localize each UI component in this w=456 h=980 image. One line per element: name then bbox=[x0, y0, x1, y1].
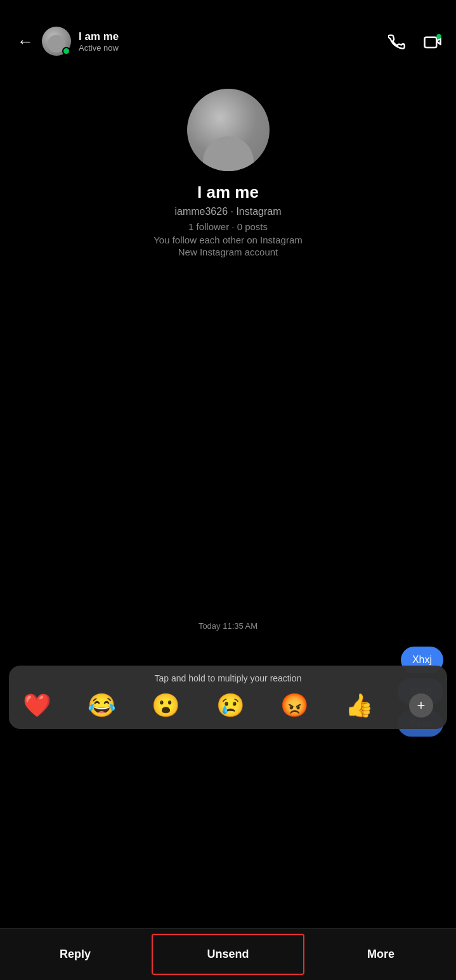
reaction-laugh[interactable]: 😂 bbox=[88, 692, 116, 719]
active-dot bbox=[62, 47, 70, 55]
reaction-tooltip: Tap and hold to multiply your reaction ❤… bbox=[9, 666, 447, 729]
reaction-more-button[interactable]: + bbox=[409, 693, 433, 718]
bottom-action-bar: Reply Unsend More bbox=[0, 928, 456, 980]
reply-button[interactable]: Reply bbox=[0, 929, 150, 980]
back-button[interactable]: ← bbox=[11, 27, 39, 55]
profile-username: iamme3626 · Instagram bbox=[174, 206, 281, 217]
profile-name: I am me bbox=[197, 183, 259, 202]
avatar-body bbox=[203, 136, 254, 171]
reaction-thumbsup[interactable]: 👍 bbox=[345, 692, 374, 719]
svg-rect-0 bbox=[425, 37, 437, 48]
profile-mutual: You follow each other on Instagram bbox=[153, 235, 303, 245]
contact-status: Active now bbox=[79, 43, 385, 53]
reaction-heart[interactable]: ❤️ bbox=[23, 692, 51, 719]
reaction-angry[interactable]: 😡 bbox=[280, 692, 309, 719]
contact-name: I am me bbox=[79, 30, 385, 43]
phone-call-button[interactable] bbox=[385, 29, 409, 53]
profile-new-account: New Instagram account bbox=[178, 247, 278, 257]
header-avatar-wrap bbox=[42, 27, 71, 56]
chat-header: ← I am me Active now bbox=[0, 0, 456, 70]
header-actions bbox=[385, 29, 445, 53]
message-timestamp: Today 11:35 AM bbox=[0, 621, 456, 631]
reaction-hint: Tap and hold to multiply your reaction bbox=[20, 673, 436, 683]
svg-point-1 bbox=[436, 34, 441, 39]
profile-avatar bbox=[187, 89, 270, 171]
profile-stats: 1 follower · 0 posts bbox=[188, 221, 268, 232]
profile-section: I am me iamme3626 · Instagram 1 follower… bbox=[0, 70, 456, 257]
reaction-wow[interactable]: 😮 bbox=[152, 692, 180, 719]
more-button[interactable]: More bbox=[306, 929, 456, 980]
plus-icon: + bbox=[417, 697, 426, 714]
video-call-button[interactable] bbox=[420, 29, 445, 53]
reaction-cry[interactable]: 😢 bbox=[216, 692, 245, 719]
reaction-picker: Tap and hold to multiply your reaction ❤… bbox=[0, 666, 456, 729]
back-arrow-icon: ← bbox=[17, 32, 34, 51]
header-info: I am me Active now bbox=[79, 30, 385, 53]
reaction-emojis-row: ❤️ 😂 😮 😢 😡 👍 + bbox=[20, 692, 436, 719]
unsend-button[interactable]: Unsend bbox=[152, 934, 304, 975]
